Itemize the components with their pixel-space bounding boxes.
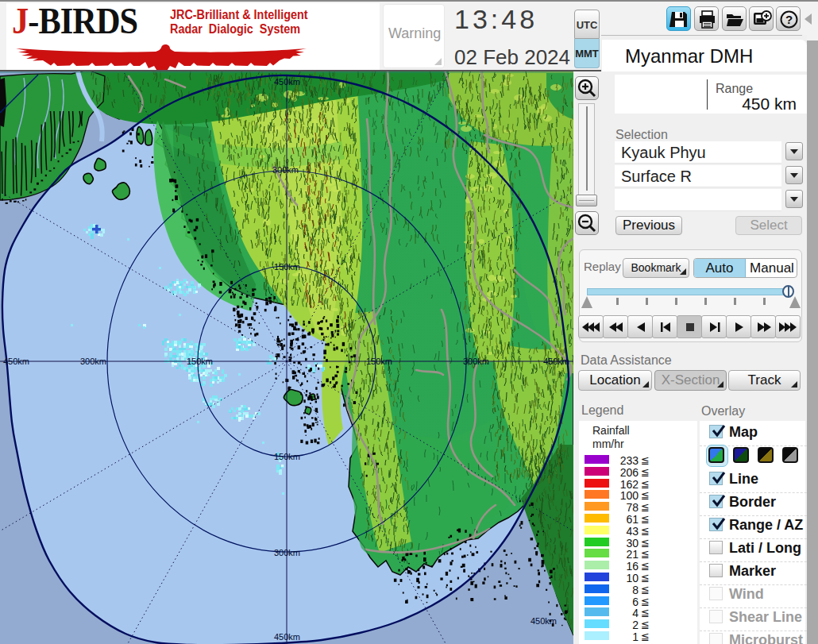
svg-text:450km: 450km: [531, 616, 557, 626]
svg-text:150km: 150km: [274, 262, 300, 272]
svg-text:450km: 450km: [543, 357, 569, 366]
svg-text:300km: 300km: [274, 548, 300, 557]
svg-text:300km: 300km: [272, 165, 299, 175]
svg-text:150km: 150km: [366, 357, 392, 366]
svg-text:150km: 150km: [187, 357, 213, 366]
svg-text:150km: 150km: [274, 452, 300, 461]
svg-text:300km: 300km: [463, 357, 489, 366]
svg-text:450km: 450km: [3, 357, 29, 366]
svg-text:?: ?: [785, 13, 793, 26]
svg-text:450km: 450km: [274, 77, 300, 87]
svg-text:450km: 450km: [274, 632, 300, 642]
svg-text:300km: 300km: [80, 357, 106, 366]
